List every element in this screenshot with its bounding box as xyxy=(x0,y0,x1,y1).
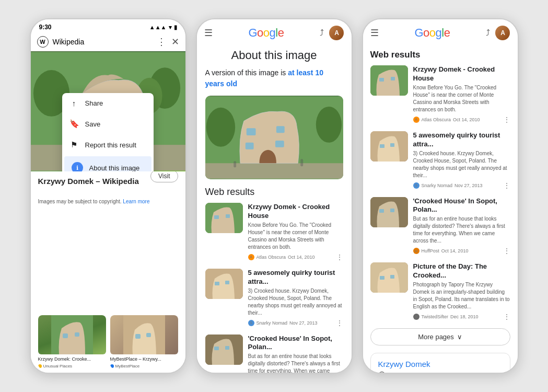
svg-rect-15 xyxy=(135,334,141,339)
p3-source-name-1: Atlas Obscura xyxy=(422,117,451,122)
p3-result-item-1[interactable]: Krzywy Domek - Crooked House Know Before… xyxy=(370,65,510,124)
p3-result-item-3[interactable]: 'Crooked House' In Sopot, Polan... But a… xyxy=(370,197,510,256)
more-options-icon[interactable]: ⋮ xyxy=(157,36,166,48)
g-letter-3: o xyxy=(263,26,270,39)
chevron-down-icon: ∨ xyxy=(457,333,462,341)
learn-more-link[interactable]: Learn more xyxy=(123,199,149,204)
phone2-content[interactable]: About this image A version of this image… xyxy=(197,43,352,373)
phone2-header-icons: ⤴ A xyxy=(320,26,344,40)
about-image-label: About this image xyxy=(89,164,140,172)
svg-rect-34 xyxy=(214,347,219,350)
p3-result-more-4[interactable]: ⋮ xyxy=(503,313,510,321)
source-dot-2: S xyxy=(248,320,254,326)
more-pages-button[interactable]: More pages ∨ xyxy=(370,328,510,345)
result-title-2: 5 awesomely quirky tourist attra... xyxy=(248,269,343,286)
result-title-1: Krzywy Domek - Crooked House xyxy=(248,203,343,221)
about-subtitle-pre: A version of this image is xyxy=(205,68,288,77)
result-more-1[interactable]: ⋮ xyxy=(336,253,343,261)
menu-item-report[interactable]: ⚑ Report this result xyxy=(62,134,154,155)
wifi-icon: ▾ xyxy=(169,24,172,31)
image-area: ↑ Share 🔖 Save ⚑ Report this result ℹ Ab… xyxy=(31,51,185,171)
svg-rect-28 xyxy=(214,215,219,219)
battery-icon: ▮ xyxy=(174,24,177,31)
svg-rect-23 xyxy=(245,143,253,149)
p3-source-date-3: Oct 14, 2010 xyxy=(441,248,469,253)
save-label: Save xyxy=(85,120,101,128)
visit-button[interactable]: Visit xyxy=(150,170,178,182)
share-icon-3[interactable]: ⤴ xyxy=(486,28,490,38)
avatar-2[interactable]: A xyxy=(329,26,344,40)
p3-source-date-1: Oct 14, 2010 xyxy=(453,117,480,122)
svg-rect-32 xyxy=(225,281,229,284)
p3-source-dot-3: H xyxy=(413,248,419,254)
menu-item-share[interactable]: ↑ Share xyxy=(62,93,154,113)
phone3-content[interactable]: Web results Krzywy Domek - Crooked House… xyxy=(363,43,518,373)
phone-3: ☰ Google ⤴ A Web results Krzywy Domek - … xyxy=(362,18,519,374)
p3-result-more-3[interactable]: ⋮ xyxy=(503,247,510,255)
report-label: Report this result xyxy=(85,141,136,149)
p3-result-item-4[interactable]: Picture of the Day: The Crooked... Photo… xyxy=(370,262,510,321)
share-icon-2[interactable]: ⤴ xyxy=(320,28,324,38)
phone-1: 9:30 ▲▲▲ ▾ ▮ W Wikipedia ⋮ ✕ xyxy=(30,18,186,374)
p3-result-more-1[interactable]: ⋮ xyxy=(503,116,510,124)
p3-result-meta-3: H HuffPost Oct 14, 2010 ⋮ xyxy=(413,247,510,255)
wiki-section-meta: W Wikipedia · Sep 28, 2021 xyxy=(378,372,503,373)
p3-result-desc-2: 3) Crooked house. Krzywy Domek, Crooked … xyxy=(413,150,510,179)
status-bar-1: 9:30 ▲▲▲ ▾ ▮ xyxy=(31,19,185,33)
time-display: 9:30 xyxy=(39,24,52,31)
svg-rect-44 xyxy=(390,209,394,212)
menu-item-save[interactable]: 🔖 Save xyxy=(62,113,154,134)
result-desc-1: Know Before You Go. The "Crooked House" … xyxy=(248,222,343,251)
svg-rect-40 xyxy=(380,144,384,148)
p3-result-title-3: 'Crooked House' In Sopot, Polan... xyxy=(413,197,510,215)
thumbnail-2[interactable]: MyBestPlace – Krzywy... MyBestPlace xyxy=(110,315,178,368)
close-icon[interactable]: ✕ xyxy=(171,36,179,48)
result-desc-3: But as for an entire house that looks di… xyxy=(248,353,343,373)
copyright-notice: Images may be subject to copyright. Lear… xyxy=(38,199,178,204)
building-svg-2 xyxy=(205,96,343,179)
wiki-section-title: Krzywy Domek xyxy=(378,360,503,368)
result-thumb-2 xyxy=(205,269,243,299)
result-item-3[interactable]: 'Crooked House' In Sopot, Polan... But a… xyxy=(205,335,343,373)
hamburger-icon-3[interactable]: ☰ xyxy=(370,27,379,39)
save-menu-icon: 🔖 xyxy=(69,119,79,129)
result-item-1[interactable]: Krzywy Domek - Crooked House Know Before… xyxy=(205,203,343,261)
svg-rect-37 xyxy=(379,78,384,82)
source-name-1: Atlas Obscura xyxy=(256,255,286,260)
p3-result-item-2[interactable]: 5 awesomely quirky tourist attra... 3) C… xyxy=(370,131,510,190)
p3-source-dot-2: S xyxy=(413,182,419,189)
p3-result-more-2[interactable]: ⋮ xyxy=(503,181,510,190)
g-letter-2: o xyxy=(257,26,263,39)
avatar-3[interactable]: A xyxy=(495,26,510,40)
thumb-2-source: MyBestPlace xyxy=(110,364,178,368)
result-more-2[interactable]: ⋮ xyxy=(336,319,343,327)
p3-source-date-4: Dec 18, 2010 xyxy=(450,314,479,319)
source-date-1: Oct 14, 2010 xyxy=(288,255,315,260)
p3-result-title-4: Picture of the Day: The Crooked... xyxy=(413,262,510,280)
wiki-icon-small: W xyxy=(378,372,386,373)
svg-rect-21 xyxy=(246,128,255,135)
p3-result-info-3: 'Crooked House' In Sopot, Polan... But a… xyxy=(413,197,510,256)
context-menu: ↑ Share 🔖 Save ⚑ Report this result ℹ Ab… xyxy=(62,93,154,171)
google-logo-2: Google xyxy=(248,26,284,40)
svg-rect-20 xyxy=(205,163,343,179)
thumbnail-1[interactable]: Krzywy Domek: Crooke... Unusual Places xyxy=(38,315,106,368)
p3-source-dot-4: T xyxy=(413,314,419,320)
result-item-2[interactable]: 5 awesomely quirky tourist attra... 3) C… xyxy=(205,269,343,327)
phone3-header: ☰ Google ⤴ A xyxy=(363,19,518,43)
menu-item-about-image[interactable]: ℹ About this image xyxy=(64,156,151,171)
p3-source-name-4: TwistedSifter xyxy=(422,314,449,319)
svg-rect-31 xyxy=(215,282,219,285)
p3-source-date-2: Nov 27, 2013 xyxy=(454,183,483,188)
svg-rect-12 xyxy=(63,333,68,338)
result-title: Krzywy Domek – Wikipedia xyxy=(38,177,139,186)
signal-icon: ▲▲▲ xyxy=(149,24,167,30)
p3-result-title-1: Krzywy Domek - Crooked House xyxy=(413,65,510,83)
g-letter-6: e xyxy=(278,26,284,39)
result-thumb-3 xyxy=(205,335,243,365)
hamburger-icon-2[interactable]: ☰ xyxy=(204,27,213,39)
svg-rect-29 xyxy=(226,214,230,218)
svg-rect-46 xyxy=(380,276,384,280)
source-dot-1: A xyxy=(248,254,254,260)
svg-rect-22 xyxy=(276,126,284,133)
